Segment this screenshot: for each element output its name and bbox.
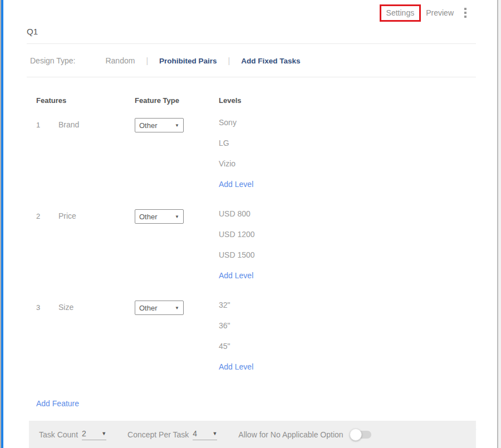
design-type-label: Design Type:: [30, 56, 75, 65]
level-item[interactable]: USD 1200: [219, 230, 476, 250]
settings-button[interactable]: Settings: [380, 4, 421, 22]
features-table-header: Features Feature Type Levels: [36, 96, 476, 105]
preview-button[interactable]: Preview: [426, 8, 454, 17]
feature-index: 3: [36, 301, 58, 382]
level-item[interactable]: USD 800: [219, 209, 476, 230]
level-item[interactable]: USD 1500: [219, 250, 476, 271]
separator: |: [228, 56, 230, 65]
no-applicable-option-toggle[interactable]: [351, 431, 371, 439]
add-level-link[interactable]: Add Level: [219, 362, 476, 382]
concept-per-task-select[interactable]: 4 ▼: [193, 429, 217, 440]
question-title: Q1: [27, 21, 476, 44]
feature-type-selected-value: Other: [139, 121, 158, 130]
feature-type-select[interactable]: Other ▼: [135, 118, 184, 132]
task-count-label: Task Count: [39, 430, 78, 439]
level-item[interactable]: Vizio: [219, 159, 476, 180]
chevron-down-icon: ▼: [175, 214, 179, 219]
feature-type-select[interactable]: Other ▼: [135, 301, 184, 315]
add-level-link[interactable]: Add Level: [219, 271, 476, 291]
level-item[interactable]: 36": [219, 321, 476, 342]
chevron-down-icon: ▼: [175, 123, 179, 128]
top-action-bar: Settings Preview: [27, 0, 476, 21]
level-item[interactable]: 32": [219, 301, 476, 321]
question-editor-panel: Settings Preview Q1 Design Type: Random …: [27, 0, 476, 432]
no-applicable-option-control: Allow for No Applicable Option: [238, 430, 371, 439]
chevron-down-icon: ▼: [175, 306, 179, 311]
design-option-prohibited-pairs[interactable]: Prohibited Pairs: [159, 57, 217, 65]
levels-list: Sony LG Vizio Add Level: [219, 118, 476, 200]
task-count-control: Task Count 2 ▼: [39, 429, 106, 440]
features-table: Features Feature Type Levels 1 Brand Oth…: [27, 96, 476, 382]
concept-per-task-control: Concept Per Task 4 ▼: [127, 429, 217, 440]
add-level-link[interactable]: Add Level: [219, 180, 476, 200]
feature-row-brand: 1 Brand Other ▼ Sony LG Vizio Add Level: [36, 118, 476, 200]
level-item[interactable]: LG: [219, 139, 476, 159]
design-type-row: Design Type: Random | Prohibited Pairs |…: [27, 44, 476, 77]
scrollbar-gutter[interactable]: [497, 0, 501, 448]
chevron-down-icon: ▼: [101, 431, 106, 436]
add-feature-link[interactable]: Add Feature: [27, 399, 79, 408]
design-option-add-fixed-tasks[interactable]: Add Fixed Tasks: [241, 57, 300, 65]
levels-list: 32" 36" 45" Add Level: [219, 301, 476, 382]
chevron-down-icon: ▼: [212, 431, 217, 436]
task-settings-bar: Task Count 2 ▼ Concept Per Task 4 ▼ Allo…: [29, 421, 476, 448]
column-header-levels: Levels: [219, 96, 476, 105]
feature-row-size: 3 Size Other ▼ 32" 36" 45" Add Level: [36, 301, 476, 382]
no-applicable-option-label: Allow for No Applicable Option: [238, 430, 343, 439]
feature-name[interactable]: Price: [58, 209, 135, 291]
left-accent-stripe: [1, 0, 3, 448]
feature-name[interactable]: Size: [58, 301, 135, 382]
kebab-menu-icon[interactable]: [463, 6, 468, 19]
levels-list: USD 800 USD 1200 USD 1500 Add Level: [219, 209, 476, 291]
task-count-value: 2: [82, 429, 86, 438]
feature-type-select[interactable]: Other ▼: [135, 209, 184, 224]
feature-type-selected-value: Other: [139, 213, 158, 221]
column-header-feature-type: Feature Type: [135, 96, 219, 105]
feature-type-selected-value: Other: [139, 304, 158, 312]
column-header-features: Features: [36, 96, 135, 105]
feature-name[interactable]: Brand: [58, 118, 135, 200]
toggle-knob: [350, 429, 362, 441]
feature-index: 1: [36, 118, 58, 200]
task-count-select[interactable]: 2 ▼: [82, 429, 106, 440]
level-item[interactable]: Sony: [219, 118, 476, 139]
concept-per-task-label: Concept Per Task: [127, 430, 189, 439]
design-option-random[interactable]: Random: [105, 56, 135, 65]
feature-row-price: 2 Price Other ▼ USD 800 USD 1200 USD 150…: [36, 209, 476, 291]
separator: |: [146, 56, 148, 65]
feature-index: 2: [36, 209, 58, 291]
concept-per-task-value: 4: [193, 429, 197, 438]
level-item[interactable]: 45": [219, 342, 476, 362]
